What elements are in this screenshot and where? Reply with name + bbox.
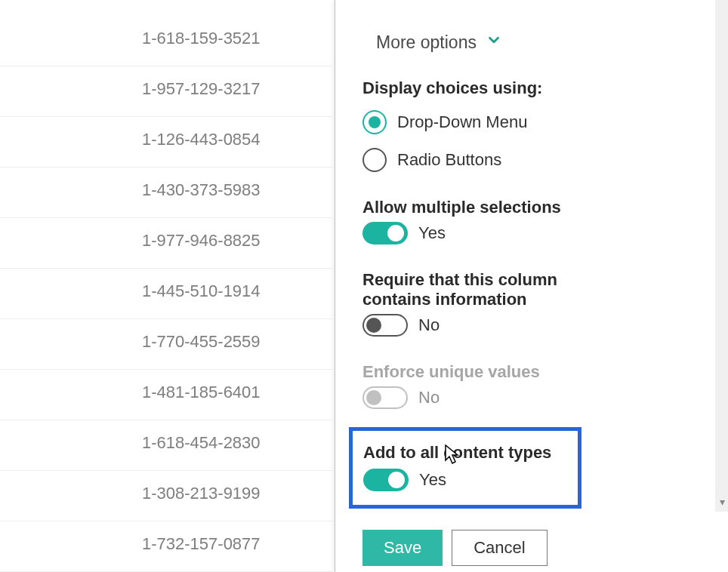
save-button[interactable]: Save: [362, 530, 443, 566]
row-phone: 1-430-373-5983: [142, 180, 261, 200]
column-settings-panel: ▾ More options Display choices using: Dr…: [335, 0, 728, 572]
row-phone: 1-770-455-2559: [142, 332, 261, 352]
table-row[interactable]: edes1-732-157-0877: [0, 521, 332, 572]
row-phone: 1-618-159-3521: [142, 29, 261, 48]
allow-multiple-toggle[interactable]: [362, 222, 408, 244]
require-info-toggle[interactable]: [362, 314, 408, 337]
panel-scroll-region: More options Display choices using: Drop…: [335, 0, 709, 512]
radio-icon: [362, 110, 387, 134]
table-row[interactable]: 1-618-159-3521: [0, 15, 332, 66]
more-options-label: More options: [376, 32, 477, 53]
panel-footer: Save Cancel: [362, 521, 548, 566]
radio-label: Drop-Down Menu: [397, 112, 527, 132]
require-info-heading: Require that this column contains inform…: [362, 270, 619, 309]
radio-dropdown-menu[interactable]: Drop-Down Menu: [362, 110, 709, 134]
radio-icon: [362, 148, 387, 172]
row-phone: 1-618-454-2830: [142, 433, 261, 453]
table-row[interactable]: 1-977-946-8825: [0, 217, 332, 269]
table-row[interactable]: edes1-957-129-3217: [0, 66, 332, 117]
table-row[interactable]: 1-770-455-2559: [0, 318, 332, 370]
row-phone: 1-957-129-3217: [142, 79, 261, 99]
display-choices-heading: Display choices using:: [362, 78, 709, 98]
radio-label: Radio Buttons: [397, 150, 501, 170]
add-all-types-toggle[interactable]: [363, 469, 409, 491]
table-row[interactable]: edes1-126-443-0854: [0, 116, 332, 168]
cancel-button[interactable]: Cancel: [452, 530, 547, 566]
row-phone: 1-445-510-1914: [142, 281, 261, 301]
chevron-down-icon: [486, 32, 502, 53]
more-options-expander[interactable]: More options: [376, 32, 709, 53]
allow-multiple-heading: Allow multiple selections: [362, 198, 709, 217]
add-to-all-content-types-highlight: Add to all content types Yes: [349, 427, 581, 509]
row-phone: 1-977-946-8825: [142, 231, 261, 251]
scroll-down-icon[interactable]: ▾: [715, 495, 728, 509]
row-phone: 1-481-185-6401: [142, 383, 261, 402]
table-row[interactable]: a1-308-213-9199: [0, 470, 332, 521]
enforce-unique-heading: Enforce unique values: [362, 362, 709, 382]
allow-multiple-value: Yes: [418, 223, 446, 243]
add-all-types-value: Yes: [419, 470, 446, 490]
add-all-types-heading: Add to all content types: [363, 443, 567, 463]
panel-scrollbar[interactable]: [715, 0, 728, 512]
row-phone: 1-126-443-0854: [142, 130, 261, 149]
display-choices-radioset: Drop-Down Menu Radio Buttons: [362, 110, 709, 172]
table-row[interactable]: 1-618-454-2830: [0, 420, 332, 471]
require-info-value: No: [418, 315, 440, 335]
enforce-unique-value: No: [418, 388, 440, 407]
table-row[interactable]: a1-430-373-5983: [0, 167, 332, 218]
table-row[interactable]: 1-445-510-1914: [0, 268, 332, 319]
enforce-unique-toggle: [362, 386, 408, 409]
table-row[interactable]: edes1-481-185-6401: [0, 369, 332, 420]
radio-radio-buttons[interactable]: Radio Buttons: [362, 148, 709, 172]
row-phone: 1-308-213-9199: [142, 484, 261, 503]
row-phone: 1-732-157-0877: [142, 534, 261, 554]
